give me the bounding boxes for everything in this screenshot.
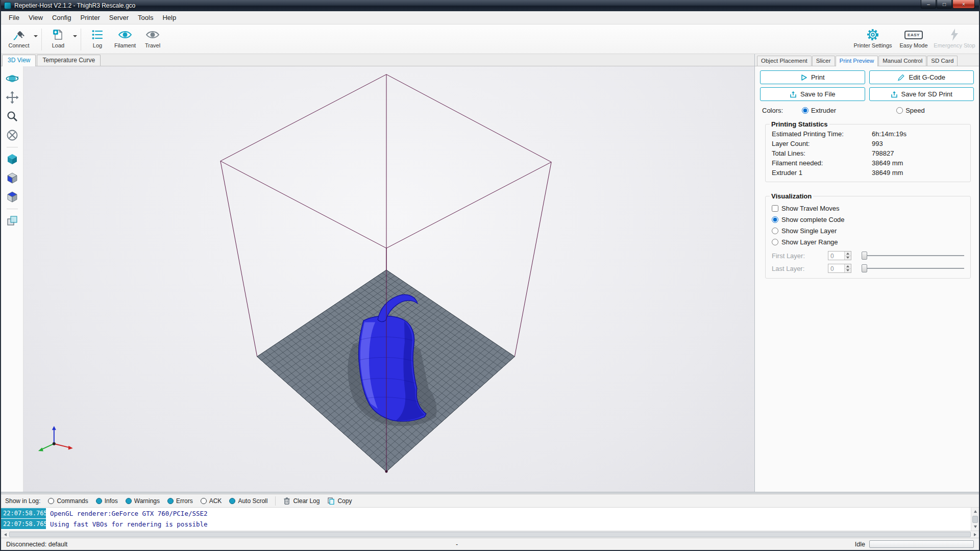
load-dropdown[interactable] [72, 28, 78, 45]
last-layer-label: Last Layer: [772, 265, 825, 272]
speed-radio[interactable] [896, 107, 903, 114]
connection-status: Disconnected: default [6, 541, 67, 548]
spinner-down-icon[interactable] [845, 268, 851, 273]
colors-label: Colors: [762, 107, 799, 114]
chevron-down-icon [34, 35, 38, 37]
tab-sd-card[interactable]: SD Card [927, 56, 958, 66]
top-view-icon [6, 190, 19, 204]
tab-print-preview[interactable]: Print Preview [836, 56, 878, 66]
log-horizontal-scrollbar[interactable] [1, 531, 979, 538]
close-button[interactable]: × [952, 0, 975, 9]
scroll-down-button[interactable] [971, 523, 979, 531]
extruder-radio[interactable] [802, 107, 808, 114]
show-single-layer-radio[interactable] [772, 228, 778, 234]
log-row: 22:07:58.765 OpenGL renderer:GeForce GTX… [1, 508, 971, 518]
scroll-right-button[interactable] [971, 531, 979, 538]
tab-slicer[interactable]: Slicer [812, 56, 835, 66]
filament-toggle-button[interactable]: Filament [111, 26, 139, 54]
faces-view-button[interactable] [5, 214, 19, 228]
emergency-stop-button[interactable]: Emergency Stop [934, 26, 975, 54]
copy-icon [327, 497, 335, 505]
menu-item-config[interactable]: Config [47, 12, 76, 23]
center-view-button[interactable] [5, 128, 19, 142]
maximize-button[interactable]: □ [937, 0, 952, 9]
menu-bar: File View Config Printer Server Tools He… [1, 11, 979, 24]
travel-toggle-button[interactable]: Travel [139, 26, 166, 54]
scroll-thumb[interactable] [9, 532, 971, 537]
slider-thumb[interactable] [862, 264, 867, 272]
menu-item-view[interactable]: View [24, 12, 47, 23]
menu-item-file[interactable]: File [4, 12, 24, 23]
load-button[interactable]: Load [44, 26, 72, 54]
log-panel: 22:07:58.765 OpenGL renderer:GeForce GTX… [1, 507, 979, 531]
show-travel-moves-checkbox[interactable] [772, 205, 778, 212]
save-for-sd-button[interactable]: Save for SD Print [869, 87, 974, 101]
rotate-view-button[interactable] [5, 71, 19, 86]
ack-toggle[interactable]: ACK [201, 497, 222, 505]
scroll-left-button[interactable] [1, 531, 9, 538]
scroll-track[interactable] [9, 531, 971, 538]
scroll-track[interactable] [971, 515, 979, 523]
stat-value: 38649 mm [872, 169, 966, 177]
minimize-button[interactable]: – [921, 0, 936, 9]
stat-label: Total Lines: [772, 149, 872, 157]
move-view-button[interactable] [5, 90, 19, 105]
last-layer-slider[interactable] [862, 264, 964, 273]
right-panel: Object Placement Slicer Print Preview Ma… [754, 54, 979, 492]
menu-item-server[interactable]: Server [105, 12, 133, 23]
log-toggle-button[interactable]: Log [84, 26, 111, 54]
panel-tab-bar: Object Placement Slicer Print Preview Ma… [755, 54, 979, 66]
tab-temperature-curve[interactable]: Temperature Curve [37, 55, 101, 66]
scroll-thumb[interactable] [972, 516, 978, 523]
ack-toggle-label: ACK [209, 497, 222, 505]
spinner-up-icon[interactable] [845, 264, 851, 268]
first-layer-spinner[interactable]: 0 [828, 251, 851, 260]
log-vertical-scrollbar[interactable] [971, 508, 979, 531]
emergency-stop-label: Emergency Stop [934, 42, 975, 48]
spinner-up-icon[interactable] [845, 252, 851, 256]
save-to-file-button[interactable]: Save to File [760, 87, 865, 101]
log-message: Using fast VBOs for rendering is possibl… [46, 519, 208, 529]
last-layer-spinner[interactable]: 0 [828, 264, 851, 273]
copy-label: Copy [337, 497, 352, 505]
tab-manual-control[interactable]: Manual Control [878, 56, 926, 66]
warnings-toggle[interactable]: Warnings [126, 497, 160, 505]
slider-thumb[interactable] [862, 252, 867, 260]
viewport-3d[interactable] [23, 66, 754, 492]
printer-settings-button[interactable]: Printer Settings [852, 26, 893, 54]
connect-dropdown[interactable] [33, 28, 39, 45]
view-tool-strip [1, 66, 23, 492]
easy-mode-button[interactable]: EASY Easy Mode [893, 26, 934, 54]
spinner-down-icon[interactable] [845, 256, 851, 260]
infos-toggle[interactable]: Infos [96, 497, 118, 505]
menu-item-tools[interactable]: Tools [133, 12, 158, 23]
edit-gcode-button[interactable]: Edit G-Code [869, 70, 974, 84]
top-view-button[interactable] [5, 190, 19, 204]
log-message: OpenGL renderer:GeForce GTX 760/PCIe/SSE… [46, 508, 208, 518]
clear-log-button[interactable]: Clear Log [283, 497, 320, 505]
show-layer-range-radio[interactable] [772, 239, 778, 245]
strip-separator [7, 209, 18, 209]
copy-button[interactable]: Copy [327, 497, 352, 505]
iso-view-button[interactable] [5, 152, 19, 166]
last-layer-value: 0 [828, 264, 844, 272]
menu-item-printer[interactable]: Printer [76, 12, 104, 23]
errors-toggle[interactable]: Errors [167, 497, 193, 505]
commands-toggle[interactable]: Commands [48, 497, 88, 505]
first-layer-slider[interactable] [862, 251, 964, 260]
scroll-up-button[interactable] [971, 508, 979, 515]
autoscroll-toggle[interactable]: Auto Scroll [229, 497, 267, 505]
print-button[interactable]: Print [760, 70, 865, 84]
menu-item-help[interactable]: Help [158, 12, 181, 23]
triangle-right-icon [974, 533, 976, 536]
zoom-button[interactable] [5, 109, 19, 123]
tab-3d-view[interactable]: 3D View [2, 55, 36, 66]
speed-radio-label: Speed [905, 107, 925, 114]
front-view-button[interactable] [5, 171, 19, 185]
show-complete-code-radio[interactable] [772, 216, 778, 223]
tab-object-placement[interactable]: Object Placement [757, 56, 812, 66]
connect-button[interactable]: Connect [5, 26, 33, 54]
toggle-circle-icon [48, 498, 54, 504]
toggle-circle-icon [229, 498, 235, 504]
toggle-circle-icon [96, 498, 102, 504]
